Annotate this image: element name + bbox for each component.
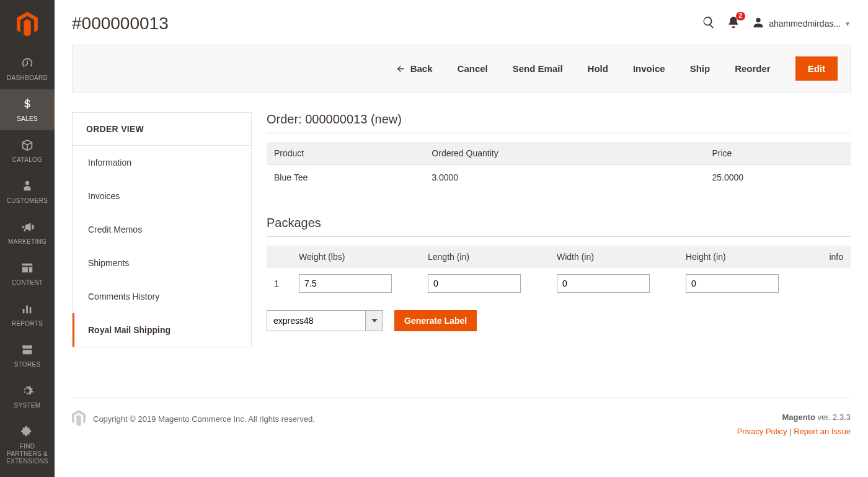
nav-customers[interactable]: CUSTOMERS bbox=[0, 171, 55, 212]
nav-catalog[interactable]: CATALOG bbox=[0, 130, 55, 171]
dollar-icon bbox=[20, 97, 35, 112]
col-length: Length (in) bbox=[420, 246, 549, 268]
back-button[interactable]: Back bbox=[396, 63, 433, 74]
nav-stores[interactable]: STORES bbox=[0, 335, 55, 376]
order-section-title: Order: 000000013 (new) bbox=[267, 112, 851, 133]
col-price: Price bbox=[704, 142, 851, 165]
send-email-button[interactable]: Send Email bbox=[513, 63, 563, 74]
package-controls: Generate Label bbox=[267, 310, 851, 331]
notification-badge: 2 bbox=[736, 12, 746, 20]
service-combo bbox=[267, 310, 383, 331]
page-title: #000000013 bbox=[72, 14, 169, 33]
box-icon bbox=[20, 138, 35, 153]
nav-sales[interactable]: SALES bbox=[0, 89, 55, 130]
layout-icon bbox=[20, 261, 35, 275]
person-icon bbox=[20, 179, 35, 194]
width-input[interactable] bbox=[557, 274, 650, 293]
ship-button[interactable]: Ship bbox=[690, 63, 711, 74]
packages-table: Weight (lbs) Length (in) Width (in) Heig… bbox=[267, 246, 851, 299]
col-width: Width (in) bbox=[549, 246, 678, 268]
megaphone-icon bbox=[20, 220, 35, 234]
puzzle-icon bbox=[20, 424, 35, 439]
reorder-button[interactable]: Reorder bbox=[735, 63, 771, 74]
edit-button[interactable]: Edit bbox=[795, 56, 838, 81]
user-icon bbox=[751, 16, 765, 32]
packages-section-title: Packages bbox=[267, 216, 851, 237]
nav-reports[interactable]: REPORTS bbox=[0, 294, 55, 335]
tab-royal-mail-shipping[interactable]: Royal Mail Shipping bbox=[73, 313, 251, 347]
order-view-tabs: ORDER VIEW Information Invoices Credit M… bbox=[72, 112, 252, 347]
tab-credit-memos[interactable]: Credit Memos bbox=[73, 213, 251, 246]
privacy-policy-link[interactable]: Privacy Policy bbox=[737, 427, 787, 436]
col-qty: Ordered Quantity bbox=[424, 142, 704, 165]
notification-icon[interactable]: 2 bbox=[727, 16, 740, 32]
nav-dashboard[interactable]: DASHBOARD bbox=[0, 48, 55, 89]
weight-input[interactable] bbox=[299, 274, 392, 293]
page-header: #000000013 2 ahammedmirdas... ▼ bbox=[72, 0, 851, 45]
cancel-button[interactable]: Cancel bbox=[458, 63, 488, 74]
table-row: Blue Tee 3.0000 25.0000 bbox=[267, 165, 851, 190]
nav-system[interactable]: SYSTEM bbox=[0, 376, 55, 417]
order-items-table: Product Ordered Quantity Price Blue Tee … bbox=[267, 142, 851, 190]
col-product: Product bbox=[267, 142, 424, 165]
tab-information[interactable]: Information bbox=[73, 146, 251, 179]
store-icon bbox=[20, 342, 35, 357]
username-label: ahammedmirdas... bbox=[769, 19, 841, 29]
report-issue-link[interactable]: Report an Issue bbox=[794, 427, 851, 436]
cell-product: Blue Tee bbox=[267, 165, 424, 190]
caret-down-icon bbox=[371, 318, 378, 324]
col-info: info bbox=[807, 246, 851, 268]
tab-invoices[interactable]: Invoices bbox=[73, 179, 251, 213]
copyright-text: Copyright © 2019 Magento Commerce Inc. A… bbox=[93, 414, 315, 424]
tab-comments-history[interactable]: Comments History bbox=[73, 280, 251, 313]
service-dropdown-button[interactable] bbox=[366, 310, 383, 331]
cell-qty: 3.0000 bbox=[424, 165, 704, 190]
generate-label-button[interactable]: Generate Label bbox=[394, 310, 477, 331]
height-input[interactable] bbox=[686, 274, 779, 293]
footer-version: ver. 2.3.3 bbox=[815, 412, 851, 422]
package-row: 1 bbox=[267, 268, 851, 299]
col-height: Height (in) bbox=[678, 246, 807, 268]
col-weight: Weight (lbs) bbox=[291, 246, 420, 268]
length-input[interactable] bbox=[428, 274, 521, 293]
search-icon[interactable] bbox=[702, 16, 715, 32]
cell-idx: 1 bbox=[267, 268, 291, 299]
magento-logo[interactable] bbox=[0, 0, 55, 48]
bars-icon bbox=[20, 301, 35, 316]
footer-logo-icon bbox=[72, 410, 86, 428]
service-input[interactable] bbox=[267, 310, 366, 331]
page-footer: Copyright © 2019 Magento Commerce Inc. A… bbox=[72, 397, 851, 458]
footer-brand: Magento bbox=[782, 412, 815, 422]
gear-icon bbox=[20, 383, 35, 398]
main-content: Order: 000000013 (new) Product Ordered Q… bbox=[267, 112, 851, 331]
nav-marketing[interactable]: MARKETING bbox=[0, 212, 55, 253]
nav-partners[interactable]: FIND PARTNERS & EXTENSIONS bbox=[0, 417, 55, 458]
invoice-button[interactable]: Invoice bbox=[633, 63, 665, 74]
order-view-header: ORDER VIEW bbox=[73, 113, 251, 146]
arrow-left-icon bbox=[396, 64, 405, 74]
order-action-bar: Back Cancel Send Email Hold Invoice Ship… bbox=[72, 45, 851, 92]
cell-price: 25.0000 bbox=[704, 165, 851, 190]
user-menu[interactable]: ahammedmirdas... ▼ bbox=[751, 16, 851, 32]
gauge-icon bbox=[20, 56, 35, 71]
header-actions: 2 ahammedmirdas... ▼ bbox=[702, 16, 851, 32]
col-idx bbox=[267, 246, 291, 268]
admin-sidebar: DASHBOARD SALES CATALOG CUSTOMERS MARKET… bbox=[0, 0, 55, 458]
hold-button[interactable]: Hold bbox=[588, 63, 608, 74]
tab-shipments[interactable]: Shipments bbox=[73, 246, 251, 280]
nav-content[interactable]: CONTENT bbox=[0, 253, 55, 294]
caret-down-icon: ▼ bbox=[844, 20, 851, 27]
